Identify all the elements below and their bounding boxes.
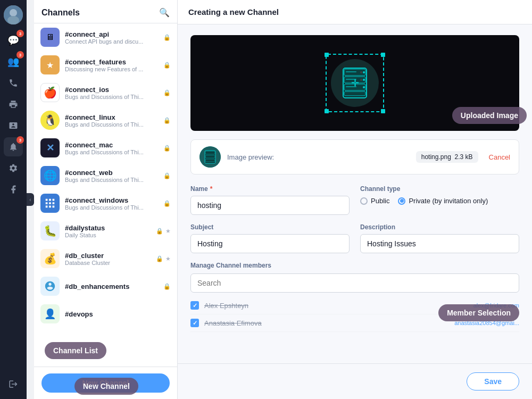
channel-item[interactable]: 🖥 #connect_api Connect API bugs and disc… — [34, 23, 177, 51]
channel-info: #connect_mac Bugs and Discussions of Thi… — [65, 141, 158, 155]
contact-nav-icon[interactable] — [4, 116, 23, 135]
channel-item[interactable]: 🐛 #dailystatus Daily Status 🔒★ — [34, 217, 177, 245]
icon-sidebar: 💬 3 👥 3 3 — [0, 0, 27, 399]
form-footer: Save — [178, 363, 532, 399]
channel-info: #connect_api Connect API bugs and discu.… — [65, 30, 158, 45]
channel-icon: 🍎 — [40, 83, 60, 102]
main-header-title: Creating a new Channel — [178, 0, 532, 24]
preview-label: Image preview: — [227, 153, 274, 161]
channel-item-devops[interactable]: 👤 #devops — [34, 300, 177, 328]
manage-members-label: Manage Channel members — [190, 262, 519, 269]
member-checkbox-alex[interactable] — [190, 301, 199, 310]
svg-rect-19 — [205, 151, 215, 154]
channel-panel: Channels 🔍 🖥 #connect_api Connect API bu… — [34, 0, 178, 399]
channel-info: #db_enhancements — [65, 282, 158, 290]
messages-nav-icon[interactable]: 💬 3 — [4, 31, 23, 50]
subject-input[interactable] — [190, 234, 350, 253]
svg-rect-20 — [205, 155, 215, 158]
channel-info: #connect_web Bugs and Discussions of Thi… — [65, 169, 158, 183]
channel-type-options: Public Private (by invitation only) — [360, 197, 519, 205]
channel-icon: 🐛 — [40, 221, 60, 240]
public-radio-option[interactable]: Public — [360, 197, 389, 205]
public-radio-circle — [360, 197, 368, 205]
user-avatar-wrap — [4, 5, 23, 24]
crop-handle-tr[interactable] — [381, 53, 385, 57]
channel-panel-title: Channels — [41, 8, 80, 18]
description-column: Description — [360, 223, 519, 253]
channel-item[interactable]: ★ #connect_features Discussing new Featu… — [34, 51, 177, 79]
name-input[interactable] — [190, 196, 350, 215]
channel-item[interactable]: 🐧 #connect_linux Bugs and Discussions of… — [34, 106, 177, 134]
required-indicator: * — [210, 185, 213, 193]
crop-handle-br[interactable] — [381, 109, 385, 113]
channel-type-label: Channel type — [360, 185, 519, 193]
subject-description-row: Subject Description — [190, 223, 519, 253]
main-body: ✛ Uploaded Image Image preview: hoting.p… — [178, 24, 532, 363]
member-checkbox-anastasia[interactable] — [190, 319, 199, 327]
channel-item[interactable]: 🌐 #connect_web Bugs and Discussions of T… — [34, 162, 177, 189]
channel-item[interactable]: #connect_windows Bugs and Discussions of… — [34, 189, 177, 217]
description-input[interactable] — [360, 234, 519, 253]
member-name-alex: Alex Epshteyn — [204, 302, 248, 310]
phone-nav-icon[interactable] — [4, 73, 23, 93]
new-channel-button[interactable]: New Channel — [41, 373, 170, 393]
channel-info: #db_cluster Database Cluster — [65, 252, 151, 266]
channel-item[interactable]: 🍎 #connect_ios Bugs and Discussions of T… — [34, 79, 177, 106]
image-upload-area[interactable]: ✛ — [190, 35, 519, 131]
channel-icon: 🌐 — [40, 166, 60, 185]
member-search-input[interactable] — [190, 273, 519, 293]
channel-icon — [40, 277, 60, 296]
channel-icon: ✕ — [40, 138, 60, 157]
channel-info: #connect_linux Bugs and Discussions of T… — [65, 113, 158, 128]
sidebar-collapse-arrow[interactable]: ‹ — [27, 193, 34, 206]
people-nav-icon[interactable]: 👥 3 — [4, 52, 23, 71]
preview-thumbnail — [200, 146, 221, 168]
member-row: Alex Epshteyn alex@Iridare.com — [190, 297, 519, 314]
channel-icon — [40, 194, 60, 213]
main-content: Creating a new Channel — [178, 0, 532, 399]
settings-nav-icon[interactable] — [4, 159, 23, 178]
channel-item[interactable]: 💰 #db_cluster Database Cluster 🔒★ — [34, 245, 177, 272]
channel-info: #connect_windows Bugs and Discussions of… — [65, 196, 158, 211]
channel-search-button[interactable]: 🔍 — [159, 7, 170, 18]
crop-selection-box: ✛ — [326, 54, 384, 112]
printer-nav-icon[interactable] — [4, 95, 23, 114]
private-radio-option[interactable]: Private (by invitation only) — [398, 197, 488, 205]
member-row: Anastasia Efimova anastasia20854@gmai... — [190, 314, 519, 332]
channel-item[interactable]: ✕ #connect_mac Bugs and Discussions of T… — [34, 134, 177, 162]
channel-type-column: Channel type Public Private (by invitati… — [360, 185, 519, 215]
channel-item[interactable]: #db_enhancements 🔒 — [34, 272, 177, 300]
private-radio-circle — [398, 197, 405, 205]
name-column: Name * — [190, 185, 350, 215]
name-channeltype-row: Name * Channel type Public Private (by i… — [190, 185, 519, 215]
channel-info: #dailystatus Daily Status — [65, 224, 151, 238]
preview-filename: hoting.png 2.3 kB — [416, 151, 478, 163]
notification-nav-icon[interactable]: 3 — [4, 137, 23, 156]
channel-icon: 💰 — [40, 249, 60, 268]
new-channel-footer: New Channel — [34, 367, 177, 399]
crop-handle-tl[interactable] — [325, 53, 329, 57]
channel-info: #connect_ios Bugs and Discussions of Thi… — [65, 86, 158, 100]
channel-info: #connect_features Discussing new Feature… — [65, 58, 158, 72]
svg-point-2 — [7, 16, 19, 24]
crop-handle-bl[interactable] — [325, 109, 329, 113]
channel-info: #devops — [65, 310, 171, 318]
subject-column: Subject — [190, 223, 350, 253]
avatar[interactable] — [4, 5, 23, 24]
image-preview-row: Image preview: hoting.png 2.3 kB Cancel — [190, 139, 519, 174]
channel-header: Channels 🔍 — [34, 0, 177, 23]
svg-rect-21 — [205, 159, 215, 162]
subject-label: Subject — [190, 223, 350, 231]
channel-icon: 🐧 — [40, 111, 60, 130]
description-label: Description — [360, 223, 519, 231]
book-nav-icon[interactable] — [4, 180, 23, 199]
member-email-alex: alex@Iridare.com — [473, 302, 519, 309]
channel-list: 🖥 #connect_api Connect API bugs and disc… — [34, 23, 177, 399]
member-email-anastasia: anastasia20854@gmai... — [454, 320, 519, 326]
preview-cancel-button[interactable]: Cancel — [489, 153, 510, 161]
name-label: Name * — [190, 185, 350, 193]
channel-icon: 👤 — [40, 304, 60, 323]
logout-nav-icon[interactable] — [4, 375, 23, 394]
channel-icon: ★ — [40, 55, 60, 74]
save-button[interactable]: Save — [467, 372, 519, 390]
